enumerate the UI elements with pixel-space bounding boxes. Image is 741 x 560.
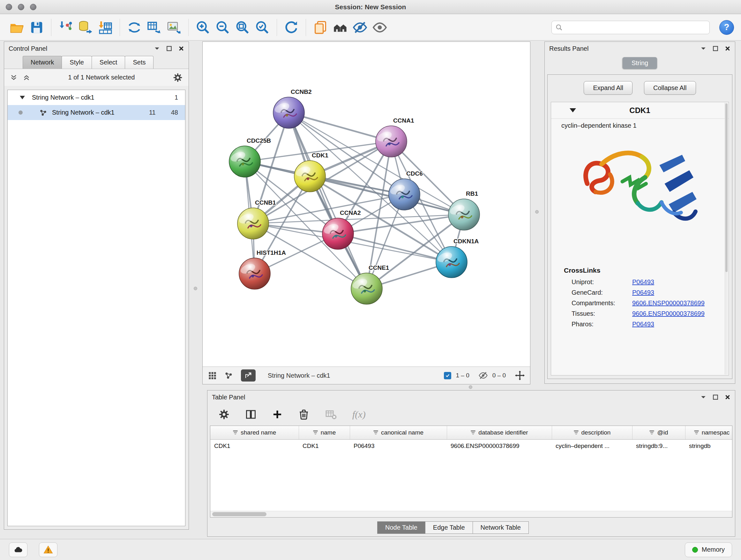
crosslink-link[interactable]: P06493 — [632, 320, 654, 328]
tab-string[interactable]: String — [623, 57, 657, 69]
show-columns-icon[interactable] — [245, 409, 257, 420]
network-node-CCNA2[interactable] — [322, 218, 354, 249]
tab-style[interactable]: Style — [62, 56, 91, 69]
panel-menu-icon[interactable] — [700, 46, 706, 51]
network-node-HIST1H1A[interactable] — [239, 258, 270, 289]
tab-edge-table[interactable]: Edge Table — [425, 521, 473, 534]
string-home-button[interactable] — [330, 17, 350, 37]
warnings-button[interactable] — [39, 543, 57, 557]
panel-menu-icon[interactable] — [154, 46, 160, 51]
hidden-eye-slash-icon[interactable] — [478, 371, 488, 380]
table-settings-gear-icon[interactable] — [218, 409, 230, 420]
column-header-namespac[interactable]: namespac — [685, 426, 732, 439]
birdseye-view-icon[interactable] — [224, 371, 233, 380]
save-session-button[interactable] — [27, 17, 47, 37]
zoom-fit-button[interactable] — [232, 17, 253, 37]
import-network-from-file-button[interactable] — [56, 17, 76, 37]
table-scrollbar-thumb[interactable] — [212, 512, 266, 516]
disclosure-triangle-icon[interactable] — [20, 96, 25, 99]
table-horizontal-scrollbar[interactable] — [210, 511, 732, 517]
protein-section-header[interactable]: CDK1 — [551, 102, 729, 119]
network-node-CDC6[interactable] — [389, 179, 420, 210]
panel-menu-icon[interactable] — [700, 394, 706, 400]
minimize-window-button[interactable] — [18, 4, 24, 10]
crosslink-link[interactable]: 9606.ENSP00000378699 — [632, 300, 704, 307]
column-header-canonical-name[interactable]: canonical name — [350, 426, 447, 439]
disclosure-triangle-icon[interactable] — [569, 108, 576, 112]
float-panel-icon[interactable] — [713, 46, 718, 51]
network-node-CCNA1[interactable] — [376, 126, 407, 157]
table-cell[interactable]: 9606.ENSP00000378699 — [447, 439, 552, 452]
memory-button[interactable]: Memory — [685, 543, 732, 557]
export-network-button[interactable] — [241, 369, 256, 381]
table-row[interactable]: CDK1CDK1P064939606.ENSP00000378699cyclin… — [210, 439, 732, 452]
import-network-from-database-button[interactable] — [76, 17, 95, 37]
clone-network-button[interactable] — [311, 17, 330, 37]
network-node-RB1[interactable] — [448, 199, 480, 230]
table-cell[interactable]: stringdb — [685, 439, 732, 452]
network-collection-row[interactable]: String Network – cdk1 1 — [8, 90, 185, 105]
collapse-all-button[interactable]: Collapse All — [644, 81, 696, 95]
zoom-window-button[interactable] — [30, 4, 37, 10]
tab-sets[interactable]: Sets — [125, 56, 153, 69]
new-network-from-table-button[interactable] — [144, 17, 164, 37]
table-cell[interactable]: stringdb:9... — [632, 439, 685, 452]
float-panel-icon[interactable] — [713, 394, 718, 400]
tab-node-table[interactable]: Node Table — [377, 521, 425, 534]
table-cell[interactable]: P06493 — [350, 439, 447, 452]
network-node-CDK1[interactable] — [294, 161, 326, 192]
search-input[interactable] — [565, 24, 705, 31]
apply-layout-button[interactable] — [281, 17, 301, 37]
crosslink-link[interactable]: 9606.ENSP00000378699 — [632, 310, 704, 317]
delete-column-icon[interactable] — [298, 409, 310, 420]
close-window-button[interactable] — [6, 4, 12, 10]
table-cell[interactable]: CDK1 — [299, 439, 350, 452]
column-header-name[interactable]: name — [299, 426, 350, 439]
close-panel-icon[interactable] — [179, 46, 184, 51]
merge-networks-button[interactable] — [125, 17, 144, 37]
expand-all-button[interactable]: Expand All — [584, 81, 632, 95]
close-panel-icon[interactable] — [725, 46, 731, 51]
grid-view-icon[interactable] — [208, 371, 217, 380]
cloud-status-button[interactable] — [9, 543, 27, 557]
splitter-handle[interactable] — [469, 385, 472, 389]
network-node-CCNB2[interactable] — [273, 97, 305, 128]
zoom-out-button[interactable] — [213, 17, 232, 37]
column-header-shared-name[interactable]: shared name — [210, 426, 299, 439]
network-node-CCNE1[interactable] — [351, 273, 382, 304]
column-header-@id[interactable]: @id — [632, 426, 685, 439]
gear-icon[interactable] — [173, 72, 183, 83]
column-header-database-identifier[interactable]: database identifier — [447, 426, 552, 439]
show-results-button[interactable] — [370, 17, 390, 37]
collapse-all-icon[interactable] — [10, 74, 17, 81]
expand-all-icon[interactable] — [23, 74, 30, 81]
network-node-CDKN1A[interactable] — [436, 246, 467, 278]
table-cell[interactable]: CDK1 — [210, 439, 299, 452]
network-row[interactable]: String Network – cdk1 11 48 — [8, 105, 185, 120]
open-session-button[interactable] — [7, 17, 27, 37]
add-column-icon[interactable] — [272, 409, 283, 420]
results-scrollbar-thumb[interactable] — [725, 104, 728, 272]
export-image-button[interactable] — [164, 17, 184, 37]
tab-network-table[interactable]: Network Table — [473, 521, 529, 534]
splitter-handle[interactable] — [535, 210, 539, 213]
tab-network[interactable]: Network — [23, 56, 62, 69]
network-node-CCNB1[interactable] — [238, 208, 269, 239]
tab-select[interactable]: Select — [91, 56, 125, 69]
hide-results-button[interactable] — [350, 17, 370, 37]
crosslink-link[interactable]: P06493 — [632, 278, 654, 286]
help-button[interactable]: ? — [719, 20, 734, 35]
close-panel-icon[interactable] — [725, 394, 731, 400]
import-table-from-file-button[interactable] — [95, 17, 115, 37]
pan-crosshair-icon[interactable] — [515, 370, 525, 381]
splitter-handle[interactable] — [194, 287, 197, 290]
zoom-selected-button[interactable] — [253, 17, 272, 37]
toolbar-search[interactable] — [551, 21, 710, 34]
float-panel-icon[interactable] — [166, 46, 172, 51]
network-edge-CCNB2-CCNE1[interactable] — [289, 113, 367, 289]
network-node-CDC25B[interactable] — [229, 146, 260, 177]
crosslink-link[interactable]: P06493 — [632, 289, 654, 296]
table-cell[interactable]: cyclin–dependent ... — [552, 439, 632, 452]
selected-checkbox-icon[interactable] — [444, 372, 451, 379]
zoom-in-button[interactable] — [193, 17, 213, 37]
